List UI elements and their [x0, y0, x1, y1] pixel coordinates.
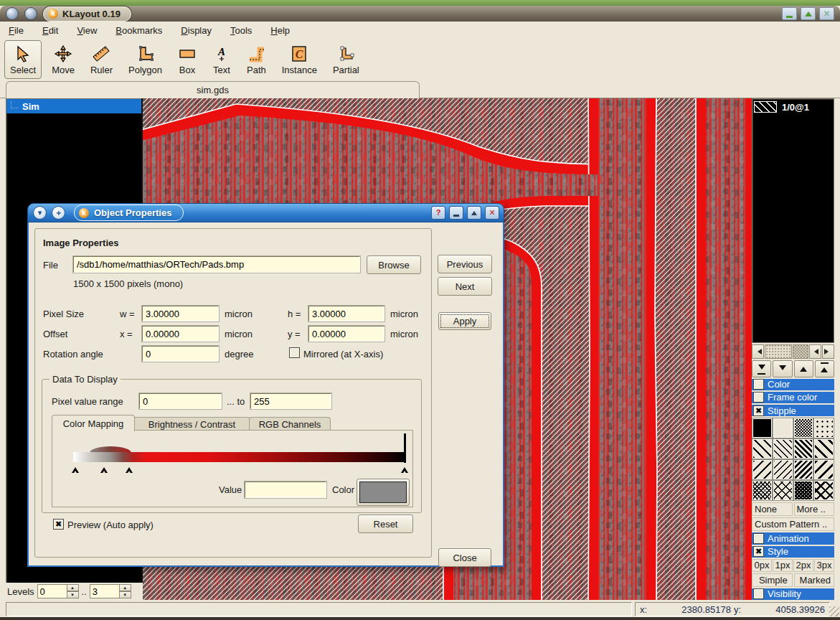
gradient-marker-icon[interactable] — [401, 464, 408, 473]
stipple-swatch-clear[interactable] — [773, 418, 793, 438]
gradient-marker-icon[interactable] — [72, 464, 79, 473]
tab-rgb-channels[interactable]: RGB Channels — [249, 417, 331, 431]
hscroll-thumb[interactable] — [765, 344, 792, 359]
tool-text[interactable]: A Text — [207, 40, 237, 79]
hscroll-left-icon[interactable] — [752, 344, 764, 359]
pixel-size-w-input[interactable] — [142, 306, 219, 321]
custom-pattern-button[interactable]: Custom Pattern .. — [752, 517, 834, 531]
dialog-shade-button[interactable]: ▾ — [33, 206, 47, 220]
cell-item-sim[interactable]: Sim — [6, 99, 142, 113]
levels-to-up-icon[interactable]: ▲ — [119, 584, 131, 591]
style-checkbox[interactable] — [753, 546, 764, 557]
style-marked-button[interactable]: Marked — [794, 573, 835, 587]
move-to-bottom-button[interactable] — [752, 360, 771, 377]
width-0px-button[interactable]: 0px — [752, 559, 772, 572]
tab-sim-gds[interactable]: sim.gds — [6, 81, 420, 98]
menu-tools[interactable]: Tools — [230, 25, 252, 36]
resize-grip[interactable] — [829, 606, 839, 616]
preview-checkbox[interactable] — [53, 519, 64, 530]
hscroll-right-icon[interactable] — [822, 344, 834, 359]
visibility-row[interactable]: Visibility — [752, 588, 834, 600]
levels-from-down-icon[interactable]: ▼ — [67, 591, 79, 598]
window-orb-2[interactable] — [24, 7, 37, 20]
tool-ruler[interactable]: Ruler — [85, 40, 118, 79]
maximize-button[interactable] — [801, 7, 816, 20]
stipple-more-button[interactable]: More .. — [794, 502, 835, 516]
stipple-swatch-backslash-wide[interactable] — [814, 439, 834, 459]
visibility-checkbox[interactable] — [753, 588, 764, 599]
menu-edit[interactable]: Edit — [42, 25, 58, 36]
menu-file[interactable]: File — [9, 25, 24, 36]
dialog-help-button[interactable]: ? — [431, 206, 445, 220]
move-to-top-button[interactable] — [815, 360, 834, 377]
stipple-checkbox[interactable] — [753, 405, 764, 416]
frame-color-row[interactable]: Frame color — [752, 392, 834, 403]
layer-list-hscrollbar[interactable] — [752, 344, 834, 359]
animation-row[interactable]: Animation — [752, 532, 834, 544]
mirrored-checkbox[interactable] — [289, 347, 300, 358]
tool-polygon[interactable]: Polygon — [123, 40, 168, 79]
previous-button[interactable]: Previous — [438, 255, 492, 273]
menu-help[interactable]: Help — [270, 25, 290, 36]
dialog-maximize-button[interactable] — [467, 206, 481, 220]
stipple-row[interactable]: Stipple — [752, 405, 834, 416]
offset-y-input[interactable] — [308, 326, 384, 342]
range-to-input[interactable] — [250, 393, 331, 409]
stipple-swatch-backslash-coarse[interactable] — [752, 439, 772, 459]
tool-instance[interactable]: C Instance — [276, 40, 323, 79]
file-path-input[interactable] — [73, 256, 360, 273]
close-dialog-button[interactable]: Close — [438, 548, 491, 567]
dialog-pin-button[interactable]: ＋ — [52, 206, 65, 220]
dialog-titlebar[interactable]: ▾ ＋ k Object Properties ? ✕ — [27, 203, 504, 222]
minimize-button[interactable] — [782, 7, 797, 20]
tool-path[interactable]: Path — [241, 40, 272, 79]
browse-button[interactable]: Browse — [367, 255, 421, 274]
stipple-swatch-cross-fine[interactable] — [752, 481, 772, 500]
tool-partial[interactable]: Partial — [327, 40, 365, 79]
gradient-marker-icon[interactable] — [126, 464, 133, 473]
layer-list[interactable]: 1/0@1 — [752, 98, 834, 343]
stipple-swatch-backslash-thin[interactable] — [773, 439, 793, 459]
color-mapping-gradient[interactable] — [73, 452, 406, 462]
hscroll-left2-icon[interactable] — [809, 344, 821, 359]
menu-view[interactable]: View — [77, 25, 97, 36]
tool-box[interactable]: Box — [172, 40, 202, 79]
levels-to-down-icon[interactable]: ▼ — [119, 591, 131, 598]
stipple-none-button[interactable]: None — [752, 502, 793, 516]
stipple-swatch-cross-dense[interactable] — [794, 481, 813, 500]
stipple-swatch-cross-coarse[interactable] — [814, 481, 834, 500]
marker-value-input[interactable] — [245, 482, 326, 498]
dialog-close-button[interactable]: ✕ — [485, 206, 499, 220]
levels-to-input[interactable] — [90, 584, 119, 598]
animation-checkbox[interactable] — [753, 533, 764, 544]
range-from-input[interactable] — [139, 393, 222, 409]
width-3px-button[interactable]: 3px — [814, 559, 834, 572]
layer-entry[interactable]: 1/0@1 — [754, 101, 832, 113]
tool-move[interactable]: Move — [46, 40, 80, 79]
tool-select[interactable]: Select — [4, 40, 42, 79]
menu-display[interactable]: Display — [181, 25, 212, 36]
reset-button[interactable]: Reset — [358, 515, 413, 533]
hscroll-track[interactable] — [793, 344, 808, 359]
stipple-swatch-fine-checker[interactable] — [794, 418, 813, 438]
width-1px-button[interactable]: 1px — [773, 559, 793, 572]
stipple-swatch-slash-coarse[interactable] — [752, 460, 772, 479]
color-checkbox[interactable] — [753, 379, 764, 390]
gradient-marker-icon[interactable] — [100, 464, 108, 473]
stipple-swatch-dots[interactable] — [814, 418, 834, 438]
frame-color-checkbox[interactable] — [753, 392, 764, 403]
style-simple-button[interactable]: Simple — [752, 573, 793, 587]
tab-color-mapping[interactable]: Color Mapping — [52, 415, 135, 431]
style-row[interactable]: Style — [752, 546, 834, 558]
stipple-swatch-slash-thin[interactable] — [773, 460, 793, 479]
rotation-input[interactable] — [142, 346, 219, 362]
color-swatch-button[interactable] — [357, 479, 410, 506]
close-button[interactable]: ✕ — [819, 7, 834, 20]
stipple-swatch-solid-black[interactable] — [752, 418, 772, 438]
stipple-swatch-backslash-dense[interactable] — [794, 439, 813, 459]
menu-bookmarks[interactable]: Bookmarks — [115, 25, 162, 36]
stipple-swatch-slash-dense[interactable] — [794, 460, 813, 479]
levels-from-up-icon[interactable]: ▲ — [67, 584, 79, 591]
levels-to-spinner[interactable]: ▲ ▼ — [90, 584, 131, 598]
dialog-minimize-button[interactable] — [449, 206, 463, 220]
